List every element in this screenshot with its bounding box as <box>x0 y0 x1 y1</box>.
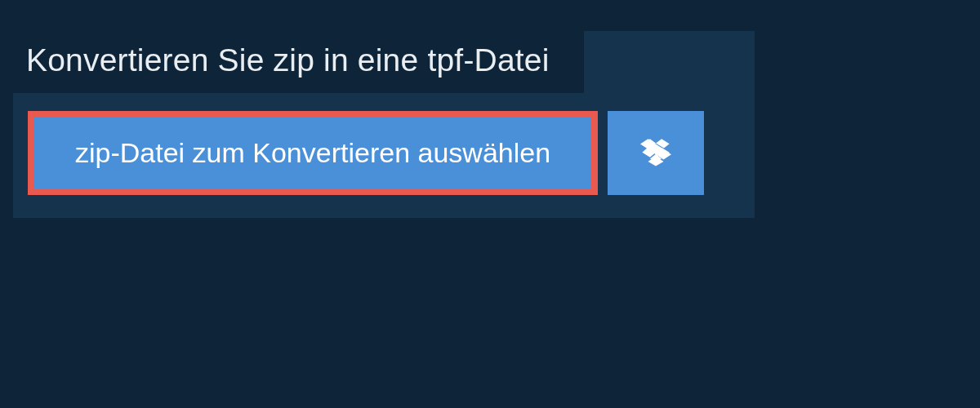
dropbox-button[interactable] <box>608 111 704 195</box>
select-file-button[interactable]: zip-Datei zum Konvertieren auswählen <box>28 111 598 195</box>
select-file-label: zip-Datei zum Konvertieren auswählen <box>75 137 550 169</box>
action-row: zip-Datei zum Konvertieren auswählen <box>13 93 755 195</box>
converter-panel: Konvertieren Sie zip in eine tpf-Datei z… <box>13 31 755 218</box>
title-bar: Konvertieren Sie zip in eine tpf-Datei <box>13 31 584 93</box>
dropbox-icon <box>640 136 671 171</box>
page-title: Konvertieren Sie zip in eine tpf-Datei <box>26 42 550 78</box>
